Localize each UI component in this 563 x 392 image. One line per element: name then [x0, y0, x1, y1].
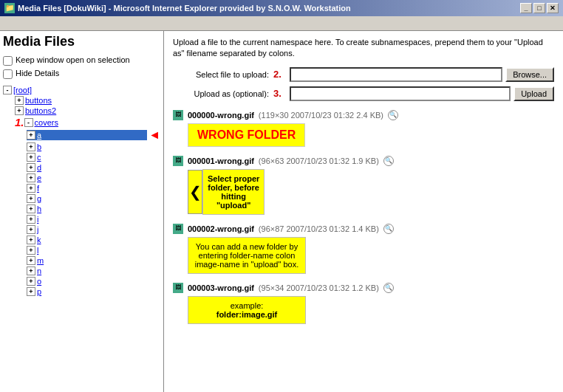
a-row-container: + a ◄ — [27, 128, 160, 142]
l-link[interactable]: l — [37, 246, 38, 255]
annotation-2: 2. — [273, 69, 287, 80]
n-link[interactable]: n — [37, 267, 41, 275]
magnify-icon-2[interactable]: 🔍 — [383, 224, 394, 234]
expand-d[interactable]: + — [27, 163, 35, 172]
expand-covers[interactable]: - — [24, 118, 33, 127]
tree-item-buttons2[interactable]: + buttons2 — [15, 106, 160, 116]
magnify-icon-3[interactable]: 🔍 — [383, 283, 394, 293]
file-meta-0: (119×30 2007/10/23 01:32 2.4 KB) — [259, 111, 383, 120]
d-link[interactable]: d — [37, 163, 41, 172]
magnify-icon-1[interactable]: 🔍 — [383, 156, 394, 166]
expand-o[interactable]: + — [27, 277, 35, 286]
expand-h[interactable]: + — [27, 204, 35, 213]
tree-item-d[interactable]: + d — [27, 162, 160, 173]
expand-l[interactable]: + — [27, 246, 35, 255]
tree-item-l[interactable]: + l — [27, 245, 160, 255]
tree-item-root[interactable]: - [root] — [3, 85, 160, 95]
main-container: Media Files Keep window open on selectio… — [0, 31, 563, 392]
g-link[interactable]: g — [37, 194, 41, 203]
file-icon-1: 🖼 — [173, 156, 183, 166]
hide-details-label: Hide Details — [16, 69, 59, 78]
file-entry-1: 🖼 000001-wrong.gif (96×63 2007/10/23 01:… — [173, 156, 554, 215]
example-box: example:folder:image.gif — [188, 296, 306, 324]
panel-title: Media Files — [3, 34, 160, 49]
expand-p[interactable]: + — [27, 287, 35, 296]
keep-window-label: Keep window open on selection — [16, 55, 130, 64]
p-link[interactable]: p — [37, 287, 41, 296]
maximize-button[interactable]: □ — [533, 3, 545, 13]
expand-e[interactable]: + — [27, 173, 35, 182]
buttons2-link[interactable]: buttons2 — [25, 106, 56, 115]
tree-item-n[interactable]: + n — [27, 266, 160, 276]
tree-item-f[interactable]: + f — [27, 183, 160, 193]
expand-g[interactable]: + — [27, 194, 35, 203]
expand-k[interactable]: + — [27, 235, 35, 244]
expand-buttons2[interactable]: + — [15, 106, 24, 115]
file-preview-3: example:folder:image.gif — [188, 296, 554, 324]
tree-item-buttons[interactable]: + buttons — [15, 95, 160, 106]
file-name-3[interactable]: 000003-wrong.gif — [188, 283, 254, 292]
expand-f[interactable]: + — [27, 184, 35, 193]
root-link[interactable]: [root] — [13, 86, 32, 94]
covers-link[interactable]: covers — [35, 118, 58, 127]
j-link[interactable]: j — [37, 225, 38, 234]
upload-description: Upload a file to the current namespace h… — [173, 37, 554, 60]
expand-m[interactable]: + — [27, 256, 35, 265]
covers-row: 1. - covers — [15, 116, 160, 128]
b-link[interactable]: b — [37, 142, 41, 151]
magnify-icon-0[interactable]: 🔍 — [388, 110, 398, 120]
tree-item-c[interactable]: + c — [27, 152, 160, 162]
h-link[interactable]: h — [37, 204, 41, 213]
wrong-folder-banner: WRONG FOLDER — [188, 123, 305, 147]
tree-item-b[interactable]: + b — [27, 142, 160, 152]
upload-button[interactable]: Upload — [513, 86, 554, 101]
expand-j[interactable]: + — [27, 225, 35, 234]
e-link[interactable]: e — [37, 173, 41, 182]
file-name-1[interactable]: 000001-wrong.gif — [188, 157, 254, 165]
expand-n[interactable]: + — [27, 267, 35, 275]
expand-root[interactable]: - — [3, 86, 12, 94]
minimize-button[interactable]: _ — [520, 3, 532, 13]
tree-item-j[interactable]: + j — [27, 224, 160, 235]
browse-button[interactable]: Browse... — [505, 67, 554, 82]
file-header-1: 🖼 000001-wrong.gif (96×63 2007/10/23 01:… — [173, 156, 554, 166]
tree-item-g[interactable]: + g — [27, 193, 160, 204]
file-name-2[interactable]: 000002-wrong.gif — [188, 224, 254, 233]
m-link[interactable]: m — [37, 256, 44, 265]
expand-buttons[interactable]: + — [15, 96, 24, 105]
menu-bar — [0, 16, 563, 31]
f-link[interactable]: f — [37, 184, 39, 193]
tree-item-h[interactable]: + h — [27, 204, 160, 214]
upload-as-input[interactable] — [290, 86, 511, 101]
expand-c[interactable]: + — [27, 153, 35, 162]
expand-a[interactable]: + — [27, 131, 35, 140]
expand-b[interactable]: + — [27, 142, 35, 151]
tree-item-a[interactable]: + a — [27, 130, 147, 140]
file-path-input[interactable] — [290, 67, 502, 82]
a-link[interactable]: a — [37, 131, 41, 140]
annotation-1: 1. — [15, 116, 24, 128]
o-link[interactable]: o — [37, 277, 41, 286]
i-link[interactable]: i — [37, 215, 38, 224]
tree-item-m[interactable]: + m — [27, 255, 160, 266]
hide-details-checkbox[interactable] — [3, 69, 13, 79]
close-button[interactable]: ✕ — [547, 3, 559, 13]
window-title: Media Files [DokuWiki] - Microsoft Inter… — [18, 4, 351, 13]
tree-item-o[interactable]: + o — [27, 276, 160, 286]
tree-item-k[interactable]: + k — [27, 235, 160, 245]
wrong-folder-text: WRONG FOLDER — [197, 128, 296, 141]
hide-details-row: Hide Details — [3, 69, 160, 79]
tree-item-e[interactable]: + e — [27, 173, 160, 183]
buttons-link[interactable]: buttons — [25, 96, 52, 105]
tree-item-p[interactable]: + p — [27, 286, 160, 297]
tree-item-i[interactable]: + i — [27, 214, 160, 224]
tree-item-covers[interactable]: - covers — [24, 117, 160, 128]
c-link[interactable]: c — [37, 153, 41, 162]
file-icon-2: 🖼 — [173, 224, 183, 234]
file-icon-3: 🖼 — [173, 283, 183, 293]
file-name-0[interactable]: 000000-wrong.gif — [188, 111, 254, 120]
expand-i[interactable]: + — [27, 215, 35, 224]
k-link[interactable]: k — [37, 235, 41, 244]
right-panel: Upload a file to the current namespace h… — [164, 31, 563, 392]
keep-window-checkbox[interactable] — [3, 56, 13, 66]
